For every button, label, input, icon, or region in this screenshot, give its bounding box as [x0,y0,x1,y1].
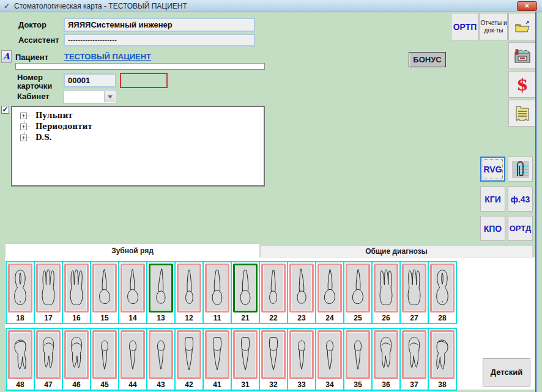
tooth-cell-34[interactable]: 34 [315,328,344,391]
tooth-number: 48 [16,380,24,389]
tooth-cell-15[interactable]: 15 [90,261,119,324]
tree-item[interactable]: +D.S. [12,132,264,143]
diagnosis-checkbox[interactable]: ✓ [1,106,9,114]
assistant-label: Ассистент [18,35,59,45]
tree-dotted-connector [27,127,34,127]
tooth-number: 46 [72,380,80,389]
reports-documents-button[interactable]: Отчеты и док-ты [480,13,508,40]
tooth-number: 41 [213,380,221,389]
tooth-cell-33[interactable]: 33 [287,328,316,391]
tooth-image [404,332,425,377]
kgi-button[interactable]: КГИ [480,187,505,212]
tree-item[interactable]: +Пульпит [12,110,264,121]
tooth-cell-12[interactable]: 12 [174,261,204,324]
tree-item-label[interactable]: D.S. [35,133,52,142]
tooth-cell-38[interactable]: 38 [428,328,457,391]
tooth-number: 35 [354,380,362,389]
tooth-frame [289,330,314,379]
tooth-number: 15 [100,314,108,322]
ortp-button[interactable]: ОРТП [451,13,479,40]
tooth-cell-23[interactable]: 23 [287,261,316,324]
assistant-field[interactable]: -------------------- [64,34,255,46]
tooth-number: 33 [297,380,305,389]
tooth-cell-24[interactable]: 24 [315,261,344,324]
tooth-cell-37[interactable]: 37 [399,328,429,391]
ortd-button[interactable]: ОРТД [508,216,533,241]
tooth-cell-25[interactable]: 25 [343,261,373,324]
tab-general-diagnoses[interactable]: Общие диагнозы [260,245,533,257]
tree-item-label[interactable]: Пульпит [35,111,73,120]
reports-button-line2: док-ты [484,27,503,34]
tooth-cell-48[interactable]: 48 [6,328,35,391]
alphabet-button[interactable]: А [1,50,12,63]
bonus-button[interactable]: БОНУС [409,52,446,67]
tooth-cell-35[interactable]: 35 [343,328,373,391]
tooth-cell-18[interactable]: 18 [6,261,35,324]
tooth-cell-32[interactable]: 32 [259,328,288,391]
f43-button[interactable]: ф.43 [508,187,533,212]
dollar-icon: $ [517,75,529,94]
child-teeth-button[interactable]: Детский [483,358,530,386]
tooth-cell-27[interactable]: 27 [399,261,429,324]
tooth-image [66,265,87,311]
tooth-number: 23 [297,314,305,322]
card-number-field[interactable]: 00001 [64,73,116,87]
tooth-image [235,332,256,377]
expand-plus-icon[interactable]: + [20,124,27,130]
tab-tooth-row[interactable]: Зубной ряд [5,243,260,257]
tooth-cell-28[interactable]: 28 [428,261,457,324]
tooth-image [291,332,312,377]
tooth-cell-22[interactable]: 22 [259,261,288,324]
tooth-row-1: 18171615141312112122232425262728 [6,261,457,324]
payments-button[interactable]: $ [508,71,536,98]
tooth-image [38,332,59,377]
tooth-cell-42[interactable]: 42 [174,328,204,391]
attachments-button[interactable] [508,157,533,182]
kpo-button[interactable]: КПО [480,216,505,241]
rvg-button[interactable]: RVG [480,157,505,182]
folder-open-icon [514,20,531,34]
tooth-cell-14[interactable]: 14 [118,261,147,324]
tooth-image [347,332,368,377]
reports-button-line1: Отчеты и [481,20,507,27]
expand-plus-icon[interactable]: + [20,113,27,119]
patient-search-input[interactable] [15,63,265,70]
tooth-cell-36[interactable]: 36 [371,328,401,391]
check-icon: ✓ [4,2,10,10]
tooth-cell-41[interactable]: 41 [202,328,232,391]
tooth-number: 47 [44,380,52,389]
chevron-down-icon[interactable] [104,91,115,102]
tooth-cell-13[interactable]: 13 [146,261,176,324]
tooth-frame [205,330,229,379]
tooth-cell-26[interactable]: 26 [371,261,401,324]
tooth-image [376,265,396,311]
tooth-cell-44[interactable]: 44 [118,328,147,391]
open-card-button[interactable] [508,13,536,40]
tree-item-label[interactable]: Периодонтит [35,122,92,131]
doctor-field[interactable]: ЯЯЯЯСистемный инженер [64,18,255,32]
tooth-number: 28 [438,314,446,322]
tooth-cell-47[interactable]: 47 [34,328,63,391]
patient-name-link[interactable]: ТЕСТОВЫЙ ПАЦИЕНТ [64,52,151,61]
tooth-cell-46[interactable]: 46 [62,328,91,391]
tooth-frame [261,330,286,379]
tooth-number: 31 [241,380,249,389]
tree-item[interactable]: +Периодонтит [12,121,264,132]
documents-folder-button[interactable] [508,100,536,127]
tooth-cell-45[interactable]: 45 [90,328,119,391]
tooth-cell-11[interactable]: 11 [202,261,232,324]
tooth-cell-17[interactable]: 17 [34,261,63,324]
tree-dotted-connector [27,116,34,116]
tooth-cell-16[interactable]: 16 [62,261,91,324]
card-file-button[interactable] [508,42,536,69]
tooth-cell-43[interactable]: 43 [146,328,176,391]
cabinet-dropdown[interactable] [64,90,116,103]
expand-plus-icon[interactable]: + [20,135,27,141]
close-icon[interactable]: ✕ [517,1,537,11]
tooth-image [179,332,199,377]
tooth-image [207,332,228,377]
tooth-cell-21[interactable]: 21 [231,261,260,324]
tooth-cell-31[interactable]: 31 [231,328,260,391]
tooth-image [150,332,171,377]
tooth-number: 14 [128,314,136,322]
